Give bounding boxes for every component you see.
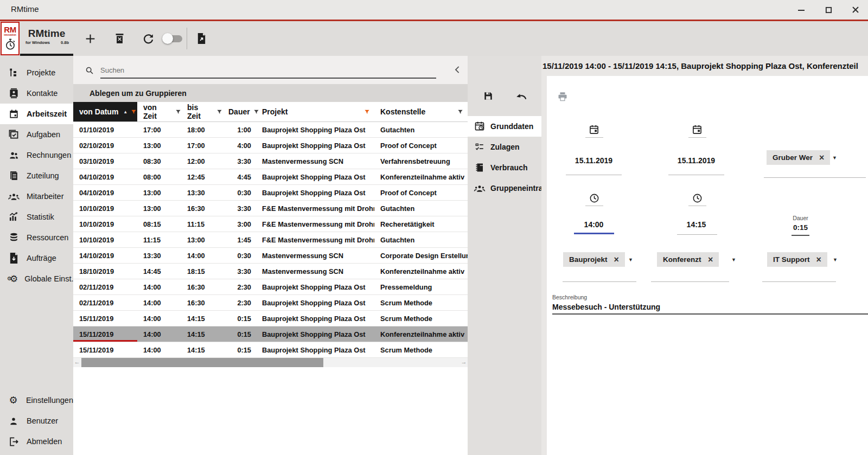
chip-remove-icon[interactable]: × <box>614 255 619 264</box>
description-field[interactable]: Messebesuch - Unterstützung <box>552 303 660 311</box>
save-button[interactable] <box>481 88 496 104</box>
table-cell: 16:30 <box>181 201 222 216</box>
tab-verbrauch[interactable]: Verbrauch <box>468 157 541 178</box>
time-to-clock-icon[interactable] <box>692 193 703 203</box>
project-chip[interactable]: Bauprojekt × <box>563 252 625 267</box>
scrollbar-thumb[interactable] <box>81 358 323 367</box>
chip-remove-icon[interactable]: × <box>816 255 821 264</box>
table-cell: 13:30 <box>137 248 181 263</box>
time-to-field[interactable]: 14:15 <box>668 220 724 229</box>
delete-button[interactable] <box>110 29 129 48</box>
employee-dropdown-icon[interactable]: ▼ <box>832 155 837 161</box>
app-logo: RM innovation <box>1 22 20 55</box>
table-cell: Konferenzteilnahme aktiv <box>374 264 468 279</box>
sidebar-item-projekte[interactable]: Projekte <box>0 62 73 83</box>
close-button[interactable] <box>851 5 860 15</box>
sidebar-item-benutzer[interactable]: Benutzer <box>0 411 73 431</box>
horizontal-scrollbar[interactable]: ← → <box>73 358 468 367</box>
table-row[interactable]: 18/10/201914:4518:153:30Mastenvermessung… <box>73 264 468 279</box>
search-input[interactable] <box>100 62 436 79</box>
sidebar-item-statistik[interactable]: Statistik <box>0 207 73 227</box>
column-header-bis-zeit[interactable]: bis Zeit <box>181 102 222 121</box>
table-row[interactable]: 02/11/201914:0016:302:30Bauprojekt Shopp… <box>73 279 468 295</box>
table-row[interactable]: 10/10/201913:0016:303:30F&E Mastenvermes… <box>73 201 468 216</box>
time-from-clock-icon[interactable] <box>589 193 599 203</box>
date-from-calendar-icon[interactable] <box>589 124 599 135</box>
table-row[interactable]: 04/10/201913:0013:300:30Bauprojekt Shopp… <box>73 185 468 201</box>
sidebar-item-rechnungen[interactable]: Rechnungen <box>0 145 73 165</box>
filter-icon[interactable] <box>364 109 370 115</box>
table-row[interactable]: 15/11/201914:0014:150:15Bauprojekt Shopp… <box>73 342 468 358</box>
costcenter-chip[interactable]: Konferenzte × <box>657 252 719 267</box>
filter-icon[interactable] <box>216 109 222 115</box>
tab-grunddaten[interactable]: Grunddaten <box>468 116 541 137</box>
sidebar-item-abmelden[interactable]: Abmelden <box>0 431 73 452</box>
table-row[interactable]: 14/10/201913:3014:000:30Mastenvermessung… <box>73 248 468 264</box>
activity-chip[interactable]: IT Support × <box>767 252 827 267</box>
column-header-dauer[interactable]: Dauer <box>222 102 256 121</box>
sidebar-item-zuteilung[interactable]: Zuteilung <box>0 165 73 186</box>
sidebar-item-mitarbeiter[interactable]: Mitarbeiter <box>0 186 73 207</box>
column-header-von-zeit[interactable]: von Zeit <box>137 102 181 121</box>
tab-gruppeneintrag[interactable]: Gruppeneintrag <box>468 178 541 198</box>
column-header-kostenstelle[interactable]: Kostenstelle <box>374 102 468 121</box>
column-header-projekt[interactable]: Projekt <box>256 102 374 121</box>
column-label: von Datum <box>79 107 118 116</box>
sidebar-footer: ⚙EinstellungenBenutzerAbmelden <box>0 390 73 452</box>
chip-remove-icon[interactable]: × <box>708 255 713 264</box>
sidebar-item-arbeitszeit[interactable]: Arbeitszeit <box>0 104 73 124</box>
duration-field[interactable]: 0:15 <box>780 223 821 232</box>
undo-button[interactable] <box>513 88 528 104</box>
table-cell: 17:00 <box>181 138 222 153</box>
costcenter-dropdown-icon[interactable]: ▼ <box>731 257 736 262</box>
app-header: RM innovation RMtime for Windows 0.8b <box>0 21 868 56</box>
activity-dropdown-icon[interactable]: ▼ <box>833 257 838 262</box>
table-cell: Bauprojekt Shopping Plaza Ost <box>256 311 374 326</box>
filter-icon[interactable] <box>131 109 137 115</box>
sidebar-item-aufgaben[interactable]: Aufgaben <box>0 124 73 145</box>
collapse-panel-button[interactable] <box>453 65 462 77</box>
table-cell: 0:30 <box>222 248 256 263</box>
project-dropdown-icon[interactable]: ▼ <box>628 257 633 262</box>
date-to-field[interactable]: 15.11.2019 <box>668 156 724 165</box>
column-label: Projekt <box>262 107 288 116</box>
column-header-von-datum[interactable]: von Datum▲ <box>73 102 137 121</box>
maximize-button[interactable] <box>824 5 833 15</box>
table-row[interactable]: 04/10/201908:0012:454:45Bauprojekt Shopp… <box>73 169 468 185</box>
date-from-field[interactable]: 15.11.2019 <box>566 156 622 165</box>
table-row[interactable]: 02/10/201913:0017:004:00Bauprojekt Shopp… <box>73 138 468 153</box>
scroll-right-icon[interactable]: → <box>460 358 468 365</box>
tab-zulagen[interactable]: Zulagen <box>468 137 541 157</box>
table-row[interactable]: 01/10/201917:0018:001:00Bauprojekt Shopp… <box>73 122 468 138</box>
table-row[interactable]: 15/11/201914:0014:150:15Bauprojekt Shopp… <box>73 326 468 342</box>
sidebar-item-kontakte[interactable]: Kontakte <box>0 83 73 104</box>
table-row[interactable]: 10/10/201911:1513:001:45F&E Mastenvermes… <box>73 232 468 248</box>
table-cell: 4:45 <box>222 169 256 184</box>
table-row[interactable]: 15/11/201914:0014:150:15Bauprojekt Shopp… <box>73 311 468 326</box>
filter-icon[interactable] <box>175 109 181 115</box>
autorefresh-toggle[interactable] <box>161 29 185 48</box>
table-row[interactable]: 10/10/201908:1511:153:00F&E Mastenvermes… <box>73 216 468 232</box>
refresh-button[interactable] <box>138 29 158 48</box>
chip-remove-icon[interactable]: × <box>819 153 824 162</box>
sidebar-item-globale-einst[interactable]: ⚙⚙Globale Einst. <box>0 268 73 289</box>
sidebar-item-auftr-ge[interactable]: Aufträge <box>0 248 73 268</box>
table-row[interactable]: 02/11/201914:0016:302:30Bauprojekt Shopp… <box>73 295 468 311</box>
column-label: Dauer <box>228 107 250 116</box>
minimize-button[interactable] <box>796 5 806 15</box>
add-button[interactable] <box>80 29 100 48</box>
print-button[interactable] <box>556 90 570 103</box>
table-row[interactable]: 03/10/201908:3012:003:30Mastenvermessung… <box>73 153 468 169</box>
sidebar-item-einstellungen[interactable]: ⚙Einstellungen <box>0 390 73 411</box>
date-to-calendar-icon[interactable] <box>692 124 703 135</box>
time-from-field[interactable]: 14:00 <box>566 220 622 229</box>
filter-icon[interactable] <box>457 109 463 115</box>
sidebar-item-label: Mitarbeiter <box>27 192 64 201</box>
sidebar-item-ressourcen[interactable]: Ressourcen <box>0 227 73 248</box>
column-label: Kostenstelle <box>380 107 425 116</box>
group-drop-zone[interactable]: Ablegen um zu Gruppieren <box>73 84 468 102</box>
table-cell: Proof of Concept <box>374 138 468 153</box>
scroll-left-icon[interactable]: ← <box>73 358 81 365</box>
export-button[interactable] <box>192 29 211 48</box>
employee-chip[interactable]: Gruber Wer × <box>767 150 830 165</box>
